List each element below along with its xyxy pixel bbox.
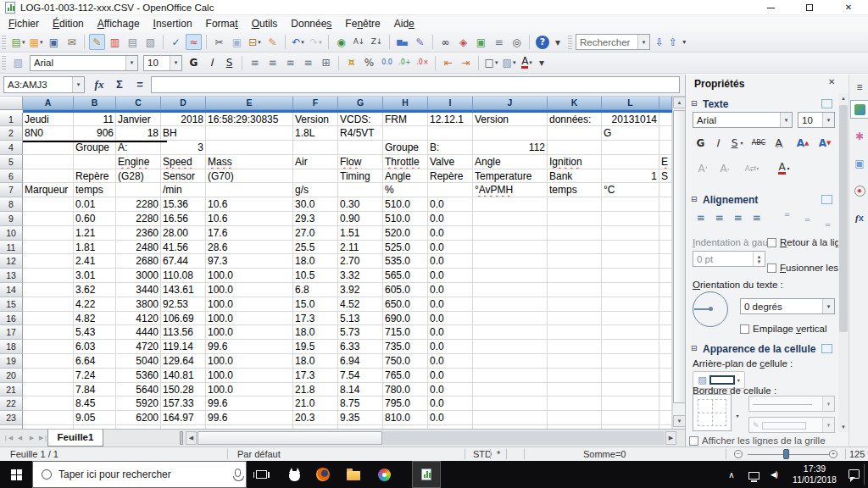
align-justify-button[interactable]: ≡ [300, 55, 316, 71]
cell-G21[interactable]: 8.14 [338, 383, 383, 397]
column-header-J[interactable]: J [473, 97, 548, 110]
sidebar-scrollbar[interactable]: ▲ ▼ [838, 93, 849, 432]
print-icon[interactable]: ▤ [125, 34, 141, 50]
cell-B7[interactable]: temps [74, 183, 116, 197]
cell-M6[interactable]: S [659, 169, 672, 184]
cell-F15[interactable]: 15.0 [293, 297, 338, 312]
delete-decimal-button[interactable]: .0× [415, 55, 431, 71]
cell-J21[interactable] [473, 383, 548, 397]
zoom-in-icon[interactable]: + [829, 450, 837, 458]
cell-D23[interactable]: 164.97 [161, 411, 206, 425]
cell-C23[interactable]: 6200 [116, 411, 161, 425]
page-style-indicator[interactable]: Par défaut [237, 447, 281, 461]
cell-B5[interactable] [74, 155, 116, 169]
tab-navigator[interactable]: ◆ [850, 181, 868, 200]
cell-H5[interactable]: Throttle [383, 155, 428, 169]
zoom-percent[interactable]: 125 % [849, 447, 868, 461]
zoom-slider-thumb[interactable] [783, 449, 789, 459]
chevron-down-icon[interactable]: ▾ [822, 418, 834, 432]
bold-button[interactable]: G [186, 55, 202, 71]
add-decimal-button[interactable]: .0+ [397, 55, 413, 71]
cell-I19[interactable]: 0.0 [428, 354, 473, 369]
cell-D9[interactable]: 16.56 [161, 212, 206, 226]
cell-B2[interactable]: 906 [74, 126, 116, 141]
cell-D12[interactable]: 67.44 [161, 254, 206, 269]
cell-M2[interactable] [659, 126, 672, 141]
cell-H9[interactable]: 510.0 [383, 212, 428, 226]
chevron-down-icon[interactable]: ▾ [822, 113, 834, 127]
cell-H6[interactable]: Angle [383, 169, 428, 184]
formula-icon[interactable]: = [131, 76, 149, 93]
cell-J22[interactable] [473, 396, 548, 411]
cell-H10[interactable]: 520.0 [383, 226, 428, 241]
spellcheck-icon[interactable]: ✓ [168, 34, 184, 50]
orientation-select[interactable]: 0 degrés▾ [740, 298, 835, 314]
row-header-16[interactable]: 16 [0, 312, 23, 326]
cell-C22[interactable]: 5920 [116, 396, 161, 411]
collapse-icon[interactable]: ⊟ [691, 195, 698, 203]
cell-K8[interactable] [548, 197, 602, 212]
cell-C7[interactable] [116, 183, 161, 197]
cell-J5[interactable]: Angle [473, 155, 548, 169]
insert-mode-indicator[interactable]: STD [473, 447, 492, 461]
tab-properties[interactable] [850, 100, 868, 119]
cell-C4[interactable]: A: [116, 141, 161, 155]
cell-H4[interactable]: Groupe [383, 141, 428, 155]
cell-A23[interactable] [23, 411, 74, 425]
find-toolbar-grip[interactable] [568, 36, 572, 49]
cell-J20[interactable] [473, 369, 548, 383]
cell-E14[interactable]: 100.0 [206, 283, 293, 297]
cell-D6[interactable]: Sensor [161, 169, 206, 184]
menu-item[interactable]: Affichage [91, 15, 147, 32]
column-header-L[interactable]: L [602, 97, 659, 110]
hyperlink-icon[interactable]: ◉ [333, 34, 349, 50]
cell-B21[interactable]: 7.84 [74, 383, 116, 397]
chevron-down-icon[interactable]: ▾ [738, 134, 745, 152]
cell-A2[interactable]: 8N0 [23, 126, 74, 141]
sidebar-font-color-button[interactable]: A▾ [774, 159, 794, 177]
cell-C17[interactable]: 4440 [116, 325, 161, 340]
cell-C16[interactable]: 4120 [116, 312, 161, 326]
previous-sheet-icon[interactable]: ◀ [14, 432, 25, 444]
cell-K18[interactable] [548, 340, 602, 354]
cell-H22[interactable]: 795.0 [383, 396, 428, 411]
row-header-14[interactable]: 14 [0, 283, 23, 297]
cell-A13[interactable] [23, 269, 74, 283]
cell-I23[interactable]: 0.0 [428, 411, 473, 425]
cell-A18[interactable] [23, 340, 74, 354]
cell-E5[interactable]: Mass [206, 155, 293, 169]
cat-app-icon[interactable] [280, 461, 309, 488]
sum-icon[interactable]: Σ [110, 76, 129, 93]
cell-F16[interactable]: 17.3 [293, 312, 338, 326]
cell-A6[interactable] [23, 169, 74, 184]
cell-C19[interactable]: 5040 [116, 354, 161, 369]
row-header-9[interactable]: 9 [0, 212, 23, 226]
cell-G20[interactable]: 7.54 [338, 369, 383, 383]
column-header-E[interactable]: E [206, 97, 293, 110]
vertical-scrollbar[interactable]: ▲ ▼ [672, 97, 685, 429]
draw-functions-icon[interactable]: ✎ [412, 34, 428, 50]
vertical-stack-checkbox[interactable]: Empilage vertical [740, 324, 838, 334]
cell-G12[interactable]: 2.70 [338, 254, 383, 269]
cell-L4[interactable] [602, 141, 659, 155]
sidebar-settings-icon[interactable]: ≡ [850, 78, 868, 97]
horizontal-scrollbar[interactable] [198, 431, 665, 445]
cell-C15[interactable]: 3800 [116, 297, 161, 312]
cell-I15[interactable]: 0.0 [428, 297, 473, 312]
cell-B22[interactable]: 8.45 [74, 396, 116, 411]
chevron-down-icon[interactable]: ▾ [822, 299, 834, 313]
cell-G1[interactable]: VCDS: [338, 113, 383, 127]
openoffice-calc-taskbar-icon[interactable] [412, 461, 441, 488]
cell-I7[interactable] [428, 183, 473, 197]
copy-icon[interactable]: ▣ [229, 34, 245, 50]
start-button[interactable] [0, 461, 32, 488]
cell-D7[interactable]: /min [161, 183, 206, 197]
underline-button[interactable]: S [221, 55, 237, 71]
cell-B8[interactable]: 0.01 [74, 197, 116, 212]
cell-C1[interactable]: Janvier [116, 113, 161, 127]
function-wizard-icon[interactable]: fx [90, 76, 108, 93]
row-header-6[interactable]: 6 [0, 169, 23, 184]
cell-A12[interactable] [23, 254, 74, 269]
cell-H16[interactable]: 690.0 [383, 312, 428, 326]
merge-cells-checkbox[interactable]: Fusionner les cellules [767, 263, 838, 273]
